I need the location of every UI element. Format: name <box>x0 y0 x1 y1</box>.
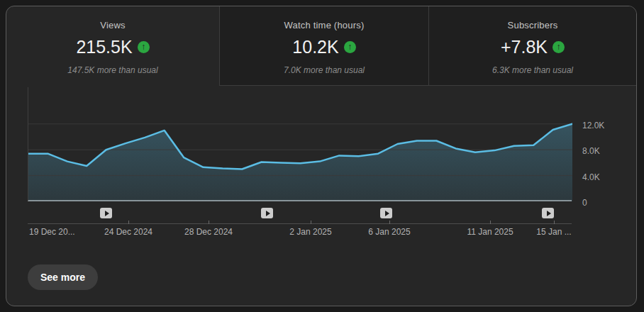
x-axis-tick <box>128 221 129 224</box>
x-axis-tick <box>490 221 491 224</box>
play-triangle-icon <box>266 211 270 216</box>
video-published-markers <box>28 208 572 221</box>
tab-subscribers-delta: 6.3K more than usual <box>492 65 573 75</box>
x-axis-labels: 19 Dec 20...24 Dec 202428 Dec 20242 Jan … <box>28 227 588 240</box>
x-axis-tick <box>209 221 209 224</box>
analytics-page: Views 215.5K ↑ 147.5K more than usual Wa… <box>0 0 644 312</box>
video-play-marker-icon[interactable] <box>100 208 112 218</box>
views-chart-canvas <box>28 87 572 201</box>
x-axis-tick <box>554 221 555 224</box>
metric-tabs: Views 215.5K ↑ 147.5K more than usual Wa… <box>6 6 636 86</box>
tab-views-label: Views <box>100 20 125 30</box>
see-more-button[interactable]: See more <box>28 264 98 290</box>
play-triangle-icon <box>385 211 389 216</box>
tab-subscribers[interactable]: Subscribers +7.8K ↑ 6.3K more than usual <box>428 6 636 86</box>
views-area-chart[interactable] <box>28 87 572 201</box>
tab-views[interactable]: Views 215.5K ↑ 147.5K more than usual <box>6 6 219 86</box>
y-tick-label: 8.0K <box>582 145 600 157</box>
y-tick-label: 4.0K <box>582 172 600 183</box>
up-arrow-icon: ↑ <box>138 41 150 53</box>
tab-subscribers-label: Subscribers <box>508 20 558 30</box>
video-play-marker-icon[interactable] <box>380 208 392 218</box>
x-axis-line <box>28 223 572 224</box>
x-tick-label: 11 Jan 2025 <box>467 227 513 237</box>
tab-watch-time[interactable]: Watch time (hours) 10.2K ↑ 7.0K more tha… <box>219 6 428 86</box>
y-tick-label: 0 <box>582 197 587 208</box>
channel-analytics-card: Views 215.5K ↑ 147.5K more than usual Wa… <box>6 6 637 306</box>
x-axis-tick <box>311 221 311 224</box>
x-tick-label: 28 Dec 2024 <box>184 227 233 237</box>
tab-subscribers-value: +7.8K <box>501 37 548 57</box>
tab-views-value: 215.5K <box>76 37 132 57</box>
tab-watch-time-label: Watch time (hours) <box>284 20 365 30</box>
x-tick-label: 15 Jan ... <box>536 227 571 237</box>
x-tick-label: 2 Jan 2025 <box>289 227 331 237</box>
x-tick-label: 19 Dec 20... <box>29 227 75 237</box>
x-tick-label: 6 Jan 2025 <box>368 227 410 237</box>
y-axis-labels: 04.0K8.0K12.0K <box>582 87 632 208</box>
play-triangle-icon <box>547 211 551 216</box>
up-arrow-icon: ↑ <box>553 41 565 53</box>
y-tick-label: 12.0K <box>582 120 604 131</box>
x-tick-label: 24 Dec 2024 <box>104 227 152 237</box>
video-play-marker-icon[interactable] <box>542 208 554 218</box>
x-axis-tick <box>389 221 390 224</box>
tab-watch-time-delta: 7.0K more than usual <box>284 65 365 75</box>
play-triangle-icon <box>105 211 109 216</box>
tab-views-delta: 147.5K more than usual <box>67 65 157 75</box>
tab-watch-time-value: 10.2K <box>292 37 338 57</box>
video-play-marker-icon[interactable] <box>261 208 273 218</box>
up-arrow-icon: ↑ <box>344 41 356 53</box>
